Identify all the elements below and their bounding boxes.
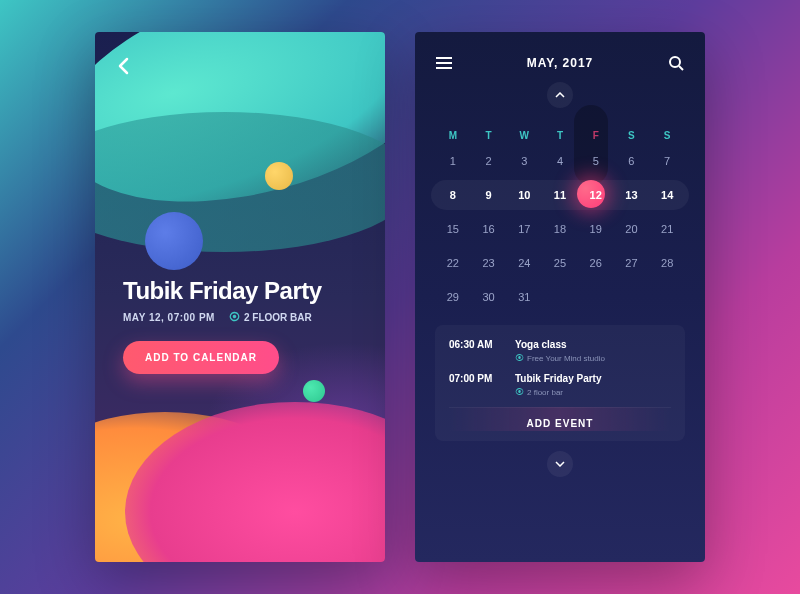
- event-content: Tubik Friday Party MAY 12, 07:00 PM ⦿ 2 …: [123, 277, 357, 374]
- weekday-row: MTWTFSS: [435, 124, 685, 147]
- day-cell[interactable]: 9: [471, 181, 507, 209]
- day-cell[interactable]: 17: [506, 215, 542, 243]
- add-to-calendar-button[interactable]: ADD TO CALENDAR: [123, 341, 279, 374]
- day-cell[interactable]: 25: [542, 249, 578, 277]
- event-datetime: MAY 12, 07:00 PM: [123, 312, 215, 323]
- day-cell[interactable]: 31: [506, 283, 542, 311]
- day-cell[interactable]: 19: [578, 215, 614, 243]
- search-button[interactable]: [667, 54, 685, 72]
- event-row-title: Tubik Friday Party: [515, 373, 671, 384]
- prev-month-button[interactable]: [547, 82, 573, 108]
- day-cell[interactable]: 14: [649, 181, 685, 209]
- weekday-label: W: [506, 124, 542, 147]
- menu-button[interactable]: [435, 54, 453, 72]
- day-cell[interactable]: 22: [435, 249, 471, 277]
- day-cell[interactable]: 4: [542, 147, 578, 175]
- calendar-title: MAY, 2017: [527, 56, 594, 70]
- day-cell[interactable]: 29: [435, 283, 471, 311]
- event-time: 07:00 PM: [449, 373, 503, 397]
- day-cell[interactable]: 1: [435, 147, 471, 175]
- event-location: ⦿ 2 FLOOR BAR: [229, 311, 312, 323]
- event-meta: MAY 12, 07:00 PM ⦿ 2 FLOOR BAR: [123, 311, 357, 323]
- day-cell[interactable]: 11: [542, 181, 578, 209]
- day-cell[interactable]: 7: [649, 147, 685, 175]
- events-panel: 06:30 AM Yoga class ⦿Free Your Mind stud…: [435, 325, 685, 441]
- day-cell[interactable]: 12: [578, 181, 614, 209]
- chevron-left-icon: [117, 57, 129, 75]
- add-event-button[interactable]: ADD EVENT: [449, 407, 671, 431]
- weekday-label: S: [649, 124, 685, 147]
- pin-icon: ⦿: [229, 311, 240, 323]
- event-row[interactable]: 06:30 AM Yoga class ⦿Free Your Mind stud…: [449, 339, 671, 363]
- day-cell[interactable]: 2: [471, 147, 507, 175]
- days-grid: 1234567891011121314151617181920212223242…: [435, 147, 685, 311]
- event-detail-screen: Tubik Friday Party MAY 12, 07:00 PM ⦿ 2 …: [95, 32, 385, 562]
- day-cell[interactable]: 26: [578, 249, 614, 277]
- event-row[interactable]: 07:00 PM Tubik Friday Party ⦿2 floor bar: [449, 373, 671, 397]
- day-cell[interactable]: 8: [435, 181, 471, 209]
- weekday-label: T: [471, 124, 507, 147]
- day-cell[interactable]: 21: [649, 215, 685, 243]
- dot-decoration: [265, 162, 293, 190]
- day-cell[interactable]: 13: [614, 181, 650, 209]
- weekday-label: M: [435, 124, 471, 147]
- pin-icon: ⦿: [515, 353, 524, 363]
- event-location-text: 2 FLOOR BAR: [244, 312, 312, 323]
- wave-decoration: [95, 112, 385, 252]
- event-title: Tubik Friday Party: [123, 277, 357, 305]
- calendar-screen: MAY, 2017 MTWTFSS 1234567891011121314151…: [415, 32, 705, 562]
- day-cell[interactable]: 16: [471, 215, 507, 243]
- calendar-header: MAY, 2017: [435, 54, 685, 72]
- day-cell[interactable]: 6: [614, 147, 650, 175]
- day-cell[interactable]: 18: [542, 215, 578, 243]
- event-body: Tubik Friday Party ⦿2 floor bar: [515, 373, 671, 397]
- search-icon: [668, 55, 684, 71]
- weekday-label: T: [542, 124, 578, 147]
- day-cell[interactable]: 3: [506, 147, 542, 175]
- day-cell[interactable]: 27: [614, 249, 650, 277]
- day-cell[interactable]: 24: [506, 249, 542, 277]
- day-cell[interactable]: 20: [614, 215, 650, 243]
- weekday-label: S: [614, 124, 650, 147]
- next-month-button[interactable]: [547, 451, 573, 477]
- hamburger-icon: [436, 57, 452, 69]
- event-time: 06:30 AM: [449, 339, 503, 363]
- event-row-location: ⦿2 floor bar: [515, 387, 671, 397]
- event-row-location: ⦿Free Your Mind studio: [515, 353, 671, 363]
- dot-decoration: [145, 212, 203, 270]
- pin-icon: ⦿: [515, 387, 524, 397]
- day-cell[interactable]: 28: [649, 249, 685, 277]
- dot-decoration: [303, 380, 325, 402]
- event-body: Yoga class ⦿Free Your Mind studio: [515, 339, 671, 363]
- day-cell[interactable]: 23: [471, 249, 507, 277]
- chevron-up-icon: [555, 92, 565, 98]
- day-cell[interactable]: 5: [578, 147, 614, 175]
- chevron-down-icon: [555, 461, 565, 467]
- day-cell[interactable]: 30: [471, 283, 507, 311]
- svg-point-0: [670, 57, 680, 67]
- event-row-title: Yoga class: [515, 339, 671, 350]
- back-button[interactable]: [117, 57, 129, 80]
- day-cell[interactable]: 15: [435, 215, 471, 243]
- day-cell[interactable]: 10: [506, 181, 542, 209]
